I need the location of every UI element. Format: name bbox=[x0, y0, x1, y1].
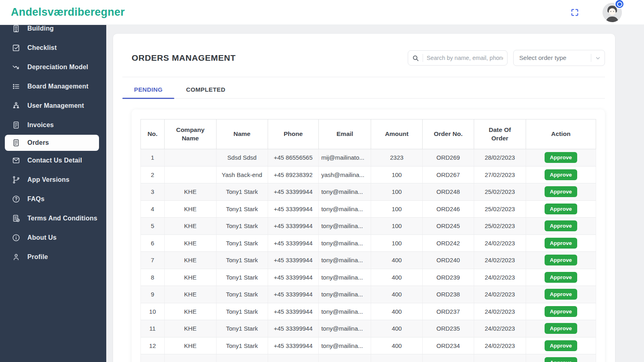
table-row: 3KHETony1 Stark+45 33399944tony@mailina.… bbox=[141, 183, 596, 201]
cell: 100 bbox=[371, 218, 423, 235]
user-avatar[interactable] bbox=[603, 3, 622, 22]
search-box[interactable] bbox=[408, 50, 508, 66]
column-header: CompanyName bbox=[164, 119, 216, 149]
cell: tony@mailina... bbox=[319, 234, 371, 252]
cell: Tony1 Stark bbox=[216, 218, 268, 235]
cell: 4 bbox=[141, 200, 165, 218]
search-input[interactable] bbox=[427, 55, 503, 61]
cell: KHE bbox=[164, 252, 216, 269]
sidebar-item-board-management[interactable]: Board Management bbox=[0, 77, 106, 96]
approve-button[interactable]: Approve bbox=[545, 255, 577, 265]
approve-button[interactable]: Approve bbox=[545, 272, 577, 283]
approve-button[interactable]: Approve bbox=[545, 289, 577, 300]
terms-doc-icon bbox=[11, 214, 21, 223]
action-cell: Approve bbox=[526, 354, 596, 362]
table-row: 9KHETony1 Stark+45 33399944tony@mailina.… bbox=[141, 286, 596, 303]
approve-button[interactable]: Approve bbox=[545, 169, 577, 180]
avatar-edit-badge-icon bbox=[615, 0, 624, 9]
cell: 100 bbox=[371, 166, 423, 183]
sidebar-item-user-management[interactable]: User Management bbox=[0, 96, 106, 115]
cell: tony@mailina... bbox=[319, 269, 371, 286]
cell: ORD237 bbox=[423, 303, 474, 320]
cell: Yash Back-end bbox=[216, 166, 268, 183]
tab-pending[interactable]: PENDING bbox=[122, 82, 174, 98]
cell: 24/02/2023 bbox=[474, 286, 526, 303]
table-row: 5KHETony1 Stark+45 33399944tony@mailina.… bbox=[141, 218, 596, 235]
question-circle-icon bbox=[11, 194, 21, 204]
cell: 27/02/2023 bbox=[474, 166, 526, 183]
table-row: 4KHETony1 Stark+45 33399944tony@mailina.… bbox=[141, 200, 596, 218]
column-header: Name bbox=[216, 119, 268, 149]
sidebar-item-faqs[interactable]: FAQs bbox=[0, 189, 106, 209]
cell: ORD267 bbox=[423, 166, 474, 183]
action-cell: Approve bbox=[526, 183, 596, 201]
sidebar-item-invoices[interactable]: Invoices bbox=[0, 115, 106, 135]
sidebar-item-building[interactable]: Building bbox=[0, 25, 106, 38]
approve-button[interactable]: Approve bbox=[545, 306, 577, 317]
sidebar-item-label: About Us bbox=[27, 234, 57, 241]
orders-icon bbox=[11, 138, 21, 148]
tab-strip: PENDINGCOMPLETED bbox=[122, 77, 605, 99]
cell: 400 bbox=[371, 303, 423, 320]
approve-button[interactable]: Approve bbox=[545, 323, 577, 334]
cell: Tony1 Stark bbox=[216, 183, 268, 201]
cell: +45 33399944 bbox=[268, 320, 319, 337]
cell: ORD234 bbox=[423, 337, 474, 354]
table-row: 11KHETony1 Stark+45 33399944tony@mailina… bbox=[141, 320, 596, 337]
column-header: Order No. bbox=[423, 119, 474, 149]
cell: tony@mailina... bbox=[319, 183, 371, 201]
versions-branch-icon bbox=[11, 175, 21, 185]
order-type-select[interactable]: Select order type bbox=[513, 50, 605, 66]
cell: 400 bbox=[371, 286, 423, 303]
sidebar-item-about-us[interactable]: About Us bbox=[0, 228, 106, 247]
sidebar-item-terms-and-conditions[interactable]: Terms And Conditions bbox=[0, 209, 106, 228]
sidebar-item-label: Profile bbox=[27, 253, 48, 261]
cell: 25/02/2023 bbox=[474, 218, 526, 235]
order-type-select-value: Select order type bbox=[519, 54, 591, 62]
approve-button[interactable]: Approve bbox=[545, 152, 577, 163]
approve-button[interactable]: Approve bbox=[545, 238, 577, 249]
cell: Tony1 Stark bbox=[216, 337, 268, 354]
action-cell: Approve bbox=[526, 269, 596, 286]
approve-button[interactable]: Approve bbox=[545, 186, 577, 197]
tab-completed[interactable]: COMPLETED bbox=[174, 82, 237, 98]
search-divider bbox=[423, 54, 423, 62]
approve-button[interactable]: Approve bbox=[545, 357, 577, 362]
cell: Tony1 Stark bbox=[216, 320, 268, 337]
sidebar-item-label: Board Management bbox=[27, 83, 89, 90]
sidebar-item-label: Checklist bbox=[27, 44, 57, 51]
cell: +45 33399944 bbox=[268, 252, 319, 269]
cell: 400 bbox=[371, 252, 423, 269]
approve-button[interactable]: Approve bbox=[545, 340, 577, 351]
cell: ORD240 bbox=[423, 252, 474, 269]
cell: 7 bbox=[141, 252, 165, 269]
cell: 1 bbox=[141, 149, 165, 167]
cell: +45 33399944 bbox=[268, 234, 319, 252]
sidebar-item-contact-us-detail[interactable]: Contact Us Detail bbox=[0, 151, 106, 170]
cell bbox=[474, 354, 526, 362]
cell: 24/02/2023 bbox=[474, 269, 526, 286]
sidebar-item-profile[interactable]: Profile bbox=[0, 247, 106, 267]
cell: KHE bbox=[164, 183, 216, 201]
cell: 400 bbox=[371, 320, 423, 337]
cell: tony@mailina... bbox=[319, 200, 371, 218]
approve-button[interactable]: Approve bbox=[545, 204, 577, 214]
cell bbox=[164, 149, 216, 167]
sidebar-item-checklist[interactable]: Checklist bbox=[0, 38, 106, 58]
cell: mij@mailinato... bbox=[319, 149, 371, 167]
cell: tony@mailina... bbox=[319, 337, 371, 354]
sidebar-item-app-versions[interactable]: App Versions bbox=[0, 170, 106, 189]
cell: ORD269 bbox=[423, 149, 474, 167]
sidebar-item-orders[interactable]: Orders bbox=[5, 135, 99, 151]
orders-management-panel: ORDERS MANAGEMENT Select order type PEND… bbox=[113, 34, 615, 362]
approve-button[interactable]: Approve bbox=[545, 220, 577, 231]
cell: tony@mailina... bbox=[319, 252, 371, 269]
action-cell: Approve bbox=[526, 200, 596, 218]
select-divider bbox=[591, 54, 591, 62]
cell: 9 bbox=[141, 286, 165, 303]
sidebar-item-label: User Management bbox=[27, 102, 84, 109]
sidebar-item-depreciation-model[interactable]: Depreciation Model bbox=[0, 58, 106, 77]
column-header: No. bbox=[141, 119, 165, 149]
org-chart-icon bbox=[11, 101, 21, 111]
fullscreen-icon[interactable] bbox=[570, 8, 579, 17]
